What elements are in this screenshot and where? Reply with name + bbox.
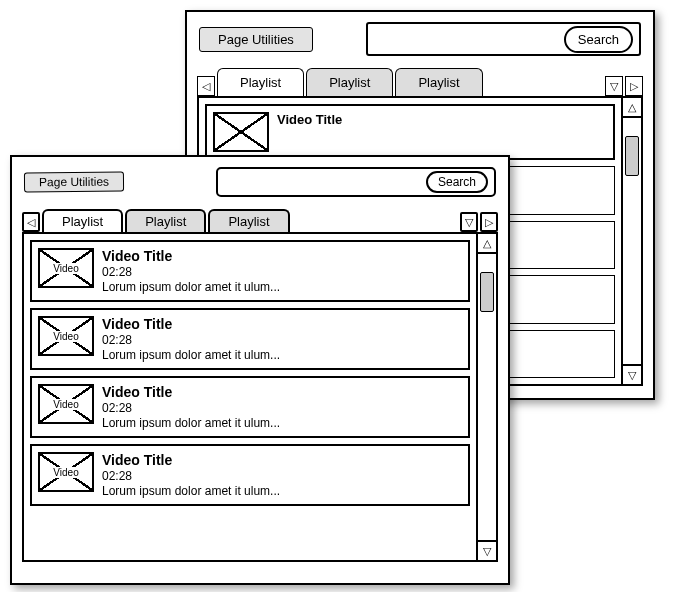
item-body: Video Title 02:28 Lorum ipsum dolor amet… (102, 316, 462, 362)
video-thumbnail-icon: Video (38, 316, 94, 356)
list-item[interactable]: Video Video Title 02:28 Lorum ipsum dolo… (30, 308, 470, 370)
tabs-row: ◁ Playlist Playlist Playlist ▽ ▷ (187, 62, 653, 96)
front-window: Page Utilities Search ◁ Playlist Playlis… (10, 155, 510, 585)
tab-playlist[interactable]: Playlist (306, 68, 393, 96)
tabs-scroll-left-icon[interactable]: ◁ (197, 76, 215, 96)
video-title: Video Title (102, 316, 462, 332)
video-list: Video Video Title 02:28 Lorum ipsum dolo… (24, 234, 476, 560)
item-body: Video Title 02:28 Lorum ipsum dolor amet… (102, 384, 462, 430)
tabs-row: ◁ Playlist Playlist Playlist ▽ ▷ (12, 203, 508, 232)
video-duration: 02:28 (102, 333, 462, 347)
search-bar: Search (216, 167, 496, 197)
scroll-down-icon[interactable]: ▽ (478, 540, 496, 560)
scroll-down-icon[interactable]: ▽ (623, 364, 641, 384)
video-duration: 02:28 (102, 469, 462, 483)
page-utilities-tab[interactable]: Page Utilities (24, 172, 124, 193)
list-item[interactable]: Video Title (205, 104, 615, 160)
tab-playlist[interactable]: Playlist (395, 68, 482, 96)
item-body: Video Title (277, 112, 607, 128)
video-description: Lorum ipsum dolor amet it ulum... (102, 484, 462, 498)
page-utilities-tab[interactable]: Page Utilities (199, 27, 313, 52)
video-thumbnail-icon: Video (38, 452, 94, 492)
tabs-scroll-right-icon[interactable]: ▷ (480, 212, 498, 232)
item-body: Video Title 02:28 Lorum ipsum dolor amet… (102, 248, 462, 294)
header: Page Utilities Search (187, 12, 653, 62)
video-duration: 02:28 (102, 401, 462, 415)
search-button[interactable]: Search (426, 171, 488, 193)
video-thumbnail-icon: Video (38, 248, 94, 288)
video-description: Lorum ipsum dolor amet it ulum... (102, 280, 462, 294)
video-duration: 02:28 (102, 265, 462, 279)
tabs-scroll-left-icon[interactable]: ◁ (22, 212, 40, 232)
scrollbar[interactable]: △ ▽ (621, 98, 641, 384)
scroll-up-icon[interactable]: △ (623, 98, 641, 118)
video-title: Video Title (102, 384, 462, 400)
video-title: Video Title (102, 248, 462, 264)
video-title: Video Title (277, 112, 607, 127)
list-item[interactable]: Video Video Title 02:28 Lorum ipsum dolo… (30, 376, 470, 438)
header: Page Utilities Search (12, 157, 508, 203)
tab-playlist[interactable]: Playlist (208, 209, 289, 232)
tab-playlist[interactable]: Playlist (42, 209, 123, 232)
scrollbar[interactable]: △ ▽ (476, 234, 496, 560)
tab-playlist[interactable]: Playlist (125, 209, 206, 232)
list-item[interactable]: Video Video Title 02:28 Lorum ipsum dolo… (30, 444, 470, 506)
tabs-dropdown-icon[interactable]: ▽ (460, 212, 478, 232)
scroll-track[interactable] (478, 254, 496, 540)
scroll-up-icon[interactable]: △ (478, 234, 496, 254)
content-area: Video Video Title 02:28 Lorum ipsum dolo… (22, 232, 498, 562)
video-description: Lorum ipsum dolor amet it ulum... (102, 348, 462, 362)
scroll-thumb[interactable] (480, 272, 494, 312)
search-input[interactable] (224, 174, 420, 191)
video-title: Video Title (102, 452, 462, 468)
tab-playlist[interactable]: Playlist (217, 68, 304, 96)
video-thumbnail-icon (213, 112, 269, 152)
search-bar: Search (366, 22, 641, 56)
tabs-scroll-right-icon[interactable]: ▷ (625, 76, 643, 96)
scroll-track[interactable] (623, 118, 641, 364)
item-body: Video Title 02:28 Lorum ipsum dolor amet… (102, 452, 462, 498)
scroll-thumb[interactable] (625, 136, 639, 176)
video-description: Lorum ipsum dolor amet it ulum... (102, 416, 462, 430)
video-thumbnail-icon: Video (38, 384, 94, 424)
list-item[interactable]: Video Video Title 02:28 Lorum ipsum dolo… (30, 240, 470, 302)
search-input[interactable] (374, 31, 558, 48)
search-button[interactable]: Search (564, 26, 633, 53)
tabs-dropdown-icon[interactable]: ▽ (605, 76, 623, 96)
